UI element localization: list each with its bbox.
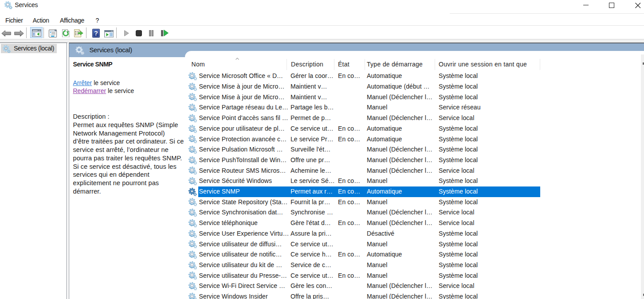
svg-text:?: ? bbox=[94, 30, 98, 37]
